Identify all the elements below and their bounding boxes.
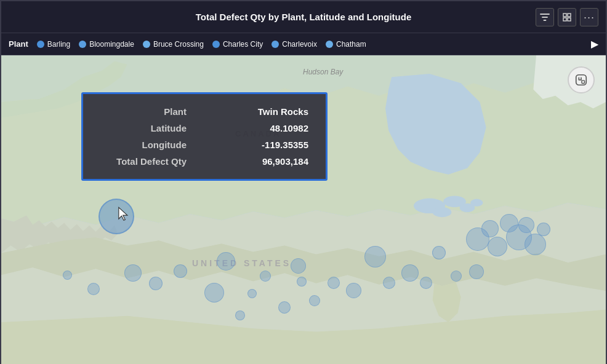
legend-item-bloomingdale: Bloomingdale xyxy=(79,40,134,49)
tooltip-plant-label: Plant xyxy=(100,106,187,117)
tooltip-latitude-value: 48.10982 xyxy=(270,123,308,133)
bubble-24[interactable] xyxy=(518,217,534,233)
bubble-30[interactable] xyxy=(87,283,100,295)
focus-button[interactable] xyxy=(558,8,576,26)
legend-item-chatham: Chatham xyxy=(326,40,366,49)
chart-title: Total Defect Qty by Plant, Latitude and … xyxy=(196,12,412,22)
legend-scroll-right[interactable]: ▶ xyxy=(591,38,598,50)
bubble-14[interactable] xyxy=(204,283,224,303)
bubble-31[interactable] xyxy=(63,271,72,280)
bubble-26[interactable] xyxy=(420,277,432,289)
lasso-select-icon xyxy=(574,73,588,87)
bubble-8[interactable] xyxy=(432,246,446,259)
legend-label-bruce-crossing: Bruce Crossing xyxy=(153,40,204,49)
bubble-23[interactable] xyxy=(500,214,518,232)
svg-point-7 xyxy=(433,207,452,217)
bubble-16[interactable] xyxy=(149,277,163,290)
bubble-7[interactable] xyxy=(401,264,419,282)
bubble-25[interactable] xyxy=(537,223,550,236)
filter-button[interactable] xyxy=(536,8,554,26)
bubble-6[interactable] xyxy=(364,246,386,267)
bubble-5[interactable] xyxy=(328,277,340,289)
bubble-9[interactable] xyxy=(247,289,257,298)
map-select-button[interactable] xyxy=(568,66,595,93)
svg-rect-3 xyxy=(568,18,571,21)
svg-rect-2 xyxy=(563,18,566,21)
tooltip-latitude-label: Latitude xyxy=(100,123,187,133)
bubble-11[interactable] xyxy=(309,295,320,306)
legend-item-bruce-crossing: Bruce Crossing xyxy=(143,40,204,49)
bubble-12[interactable] xyxy=(346,283,361,298)
title-actions: ··· xyxy=(536,8,598,26)
tooltip-defect-row: Total Defect Qty 96,903,184 xyxy=(100,156,308,167)
svg-point-9 xyxy=(470,199,483,207)
bubble-28[interactable] xyxy=(469,264,484,279)
mouse-cursor-icon xyxy=(115,206,132,223)
tooltip-longitude-label: Longitude xyxy=(100,140,187,150)
legend-dot-barling xyxy=(37,41,44,48)
legend-dot-chatham xyxy=(326,41,333,48)
legend-label-charles-city: Charles City xyxy=(223,40,263,49)
legend-dot-charlevoix xyxy=(271,41,279,48)
tooltip-plant-row: Plant Twin Rocks xyxy=(100,106,308,117)
bubble-27[interactable] xyxy=(451,271,462,282)
bubble-1[interactable] xyxy=(174,264,187,278)
legend-bar: Plant Barling Bloomingdale Bruce Crossin… xyxy=(1,33,606,55)
tooltip-latitude-row: Latitude 48.10982 xyxy=(100,123,308,133)
more-options-button[interactable]: ··· xyxy=(580,8,598,26)
legend-label-bloomingdale: Bloomingdale xyxy=(89,40,134,49)
bubble-29[interactable] xyxy=(297,277,307,287)
legend-dot-charles-city xyxy=(212,41,220,48)
legend-dot-bloomingdale xyxy=(79,41,86,48)
tooltip-plant-value: Twin Rocks xyxy=(258,106,308,117)
bubble-15[interactable] xyxy=(235,311,245,320)
map-container[interactable]: Hudson Bay CANADA UNITED STATES xyxy=(1,55,606,364)
bubble-22[interactable] xyxy=(525,234,546,255)
bubble-17[interactable] xyxy=(124,264,142,282)
svg-rect-0 xyxy=(563,14,566,17)
legend-label-charlevoix: Charlevoix xyxy=(282,40,317,49)
legend-title: Plant xyxy=(9,39,28,49)
svg-rect-1 xyxy=(568,14,571,17)
legend-label-barling: Barling xyxy=(47,40,70,49)
bubble-19[interactable] xyxy=(488,237,507,256)
tooltip-longitude-value: -119.35355 xyxy=(262,140,308,150)
legend-item-charlevoix: Charlevoix xyxy=(271,40,317,49)
title-bar: Total Defect Qty by Plant, Latitude and … xyxy=(1,1,606,33)
bubble-13[interactable] xyxy=(383,277,395,289)
tooltip-defect-label: Total Defect Qty xyxy=(100,156,187,167)
legend-item-charles-city: Charles City xyxy=(212,40,263,49)
legend-item-barling: Barling xyxy=(37,40,70,49)
bubble-10[interactable] xyxy=(278,301,291,314)
tooltip-box: Plant Twin Rocks Latitude 48.10982 Longi… xyxy=(81,92,328,181)
legend-label-chatham: Chatham xyxy=(336,40,366,49)
tooltip-defect-value: 96,903,184 xyxy=(262,156,308,167)
svg-rect-10 xyxy=(582,81,585,84)
bubble-2[interactable] xyxy=(217,252,235,271)
tooltip-longitude-row: Longitude -119.35355 xyxy=(100,140,308,150)
dashboard-container: Total Defect Qty by Plant, Latitude and … xyxy=(0,0,607,364)
bubble-3[interactable] xyxy=(260,271,271,282)
bubble-20[interactable] xyxy=(481,220,499,237)
legend-dot-bruce-crossing xyxy=(143,41,150,48)
bubble-4[interactable] xyxy=(291,258,306,274)
